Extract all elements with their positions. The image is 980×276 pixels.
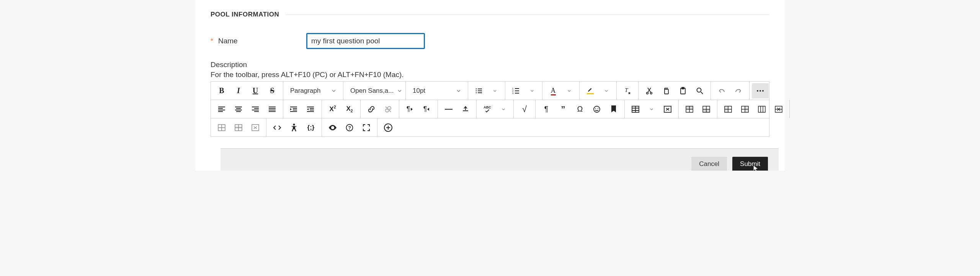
svg-rect-7 bbox=[515, 88, 519, 89]
underline-button[interactable]: U bbox=[247, 83, 264, 99]
special-char-button[interactable]: Ω bbox=[572, 102, 588, 117]
link-button[interactable] bbox=[363, 102, 380, 117]
svg-point-19 bbox=[757, 90, 758, 92]
more-button[interactable] bbox=[752, 83, 769, 99]
clear-formatting-button[interactable]: T bbox=[619, 83, 636, 99]
anchor-button[interactable] bbox=[605, 102, 622, 117]
font-family-dropdown[interactable]: Open Sans,a... bbox=[346, 83, 403, 99]
bullet-list-dropdown[interactable] bbox=[487, 83, 503, 99]
cut-button[interactable] bbox=[641, 83, 658, 99]
bullet-list-button[interactable] bbox=[470, 83, 487, 99]
svg-rect-43 bbox=[310, 108, 314, 109]
fullscreen-button[interactable] bbox=[358, 120, 375, 135]
font-family-label: Open Sans,a... bbox=[350, 87, 394, 95]
text-color-dropdown[interactable] bbox=[562, 83, 577, 99]
bold-button[interactable]: B bbox=[213, 83, 230, 99]
table-dropdown[interactable] bbox=[644, 102, 659, 117]
pilcrow-button[interactable]: ¶ bbox=[538, 102, 555, 117]
add-content-button[interactable] bbox=[380, 120, 397, 135]
align-center-button[interactable] bbox=[230, 102, 247, 117]
col-before-button[interactable] bbox=[720, 102, 737, 117]
font-size-dropdown[interactable]: 10pt bbox=[408, 83, 466, 99]
delete-table-button[interactable] bbox=[659, 102, 676, 117]
name-label: Name bbox=[218, 37, 306, 45]
svg-rect-15 bbox=[665, 89, 668, 94]
emoji-button[interactable] bbox=[588, 102, 605, 117]
highlight-color-dropdown[interactable] bbox=[599, 83, 614, 99]
cell-props-button[interactable] bbox=[213, 120, 230, 135]
svg-rect-33 bbox=[254, 111, 259, 112]
svg-rect-1 bbox=[478, 89, 482, 89]
align-right-button[interactable] bbox=[247, 102, 264, 117]
unlink-button[interactable] bbox=[380, 102, 397, 117]
align-left-button[interactable] bbox=[213, 102, 230, 117]
code-sample-button[interactable]: {;} bbox=[302, 120, 319, 135]
subscript-button[interactable]: X2 bbox=[341, 102, 358, 117]
horizontal-line-button[interactable] bbox=[440, 102, 457, 117]
cancel-button[interactable]: Cancel bbox=[691, 157, 727, 171]
paste-button[interactable] bbox=[675, 83, 691, 99]
numbered-list-dropdown[interactable] bbox=[524, 83, 540, 99]
svg-rect-34 bbox=[269, 107, 276, 107]
find-replace-button[interactable] bbox=[691, 83, 708, 99]
svg-rect-40 bbox=[293, 110, 297, 110]
superscript-button[interactable]: X2 bbox=[324, 102, 341, 117]
row-props-button[interactable] bbox=[230, 120, 247, 135]
indent-button[interactable] bbox=[286, 102, 302, 117]
row-before-button[interactable] bbox=[681, 102, 698, 117]
svg-rect-31 bbox=[254, 108, 259, 109]
spellcheck-button[interactable]: ABC bbox=[479, 102, 496, 117]
svg-rect-28 bbox=[235, 110, 242, 110]
undo-button[interactable] bbox=[713, 83, 730, 99]
spellcheck-dropdown[interactable] bbox=[496, 102, 511, 117]
block-format-dropdown[interactable]: Paragraph bbox=[286, 83, 341, 99]
align-justify-button[interactable] bbox=[264, 102, 281, 117]
accessibility-button[interactable] bbox=[286, 120, 302, 135]
svg-point-2 bbox=[476, 90, 477, 91]
numbered-list-button[interactable]: 123 bbox=[508, 83, 524, 99]
italic-button[interactable]: I bbox=[230, 83, 247, 99]
svg-rect-46 bbox=[445, 109, 452, 110]
submit-label: Submit bbox=[740, 160, 760, 168]
svg-rect-41 bbox=[290, 111, 297, 112]
table-button[interactable] bbox=[627, 102, 644, 117]
svg-rect-37 bbox=[269, 111, 276, 112]
highlight-color-button[interactable] bbox=[582, 83, 599, 99]
block-format-label: Paragraph bbox=[290, 87, 320, 95]
description-label: Description bbox=[211, 54, 769, 69]
toolbar-row-3: {;} ? bbox=[211, 118, 769, 137]
ltr-button[interactable]: ¶ bbox=[402, 102, 418, 117]
outdent-button[interactable] bbox=[302, 102, 319, 117]
svg-point-14 bbox=[650, 92, 652, 94]
editor-toolbar: B I U S Paragraph Open Sans,a... 10pt bbox=[211, 81, 769, 137]
redo-button[interactable] bbox=[730, 83, 747, 99]
copy-button[interactable] bbox=[658, 83, 675, 99]
split-cells-button[interactable] bbox=[770, 102, 787, 117]
preview-button[interactable] bbox=[324, 120, 341, 135]
svg-rect-35 bbox=[269, 108, 276, 109]
col-after-button[interactable] bbox=[737, 102, 753, 117]
row-after-button[interactable] bbox=[698, 102, 715, 117]
svg-rect-59 bbox=[745, 106, 748, 112]
blockquote-button[interactable]: ” bbox=[555, 102, 572, 117]
name-input[interactable] bbox=[306, 33, 425, 49]
source-code-button[interactable] bbox=[269, 120, 286, 135]
toolbar-hint: For the toolbar, press ALT+F10 (PC) or A… bbox=[211, 69, 769, 81]
strikethrough-button[interactable]: S bbox=[264, 83, 281, 99]
merge-cells-button[interactable] bbox=[753, 102, 770, 117]
equation-button[interactable]: √ bbox=[516, 102, 533, 117]
rtl-button[interactable]: ¶ bbox=[418, 102, 435, 117]
chevron-down-icon bbox=[456, 89, 461, 93]
svg-rect-44 bbox=[310, 110, 314, 110]
text-color-button[interactable]: A bbox=[545, 83, 562, 99]
svg-rect-38 bbox=[290, 107, 297, 107]
svg-point-13 bbox=[647, 92, 648, 94]
submit-button[interactable]: Submit bbox=[732, 157, 768, 171]
svg-rect-55 bbox=[703, 109, 710, 112]
delete-cell-button[interactable] bbox=[247, 120, 264, 135]
chevron-down-icon bbox=[332, 89, 336, 93]
svg-rect-45 bbox=[307, 111, 314, 112]
section-header: POOL INFORMATION bbox=[211, 0, 769, 26]
help-button[interactable]: ? bbox=[341, 120, 358, 135]
insert-file-button[interactable] bbox=[457, 102, 474, 117]
